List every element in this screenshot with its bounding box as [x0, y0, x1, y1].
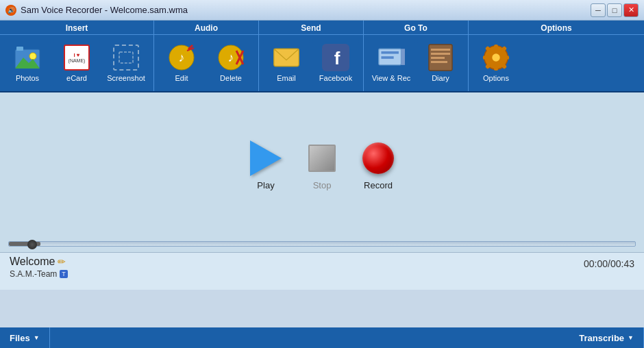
ecard-icon: I ♥ (NAME) [63, 44, 90, 71]
ribbon-group-insert-label: Insert [0, 21, 153, 35]
viewrec-label: View & Rec [372, 74, 411, 82]
svg-marker-17 [401, 49, 405, 65]
ribbon-send-items: Email f Facebook [259, 35, 363, 91]
window-title: Sam Voice Recorder - Welcome.sam.wma [21, 5, 188, 15]
ribbon-audio-items: ♪ Edit ♪ Delete [154, 35, 258, 91]
track-author: S.A.M.-Team [10, 269, 57, 279]
transcribe-label: Transcribe [579, 333, 624, 343]
ribbon-group-options-label: Options [469, 21, 644, 35]
photos-label: Photos [16, 74, 39, 82]
facebook-icon: f [322, 44, 349, 71]
svg-rect-21 [431, 49, 450, 51]
info-subtitle-row: S.A.M.-Team T [10, 269, 68, 279]
status-bar: Files ▼ Transcribe ▼ [0, 327, 644, 348]
email-button[interactable]: Email [263, 40, 310, 86]
facebook-button[interactable]: f Facebook [312, 40, 359, 86]
ribbon: Insert Photos I ♥ (NAME) [0, 21, 644, 92]
record-label: Record [364, 180, 393, 190]
ribbon-group-options: Options [469, 21, 644, 91]
diary-button[interactable]: Diary [417, 40, 464, 86]
ribbon-group-goto-label: Go To [364, 21, 468, 35]
transcribe-menu[interactable]: Transcribe ▼ [569, 327, 644, 348]
track-title: Welcome [10, 256, 55, 268]
svg-text:f: f [334, 48, 340, 69]
screenshot-label: Screenshot [107, 74, 145, 82]
progress-knob[interactable] [27, 240, 37, 249]
email-icon [273, 44, 300, 71]
record-button[interactable]: Record [360, 140, 396, 190]
ribbon-group-send-label: Send [259, 21, 363, 35]
minimize-button[interactable]: ─ [591, 3, 606, 17]
svg-rect-27 [494, 45, 498, 50]
diary-icon [427, 44, 454, 71]
progress-area [0, 236, 644, 252]
ribbon-group-send: Send Email f Facebook [259, 21, 364, 91]
svg-text:♪: ♪ [228, 51, 234, 64]
email-label: Email [277, 74, 296, 82]
edit-label: Edit [175, 74, 188, 82]
maximize-button[interactable]: □ [607, 3, 622, 17]
stop-button[interactable]: Stop [304, 140, 340, 190]
transport-controls: Play Stop Record [248, 140, 396, 190]
edit-audio-icon: ♪ [168, 44, 195, 71]
screenshot-button[interactable]: Screenshot [103, 40, 149, 86]
delete-icon: ♪ [217, 44, 245, 71]
files-label: Files [10, 333, 30, 343]
ribbon-group-audio-label: Audio [154, 21, 258, 35]
svg-rect-18 [381, 51, 398, 54]
options-label: Options [483, 74, 509, 82]
ribbon-group-audio: Audio ♪ Edit ♪ [154, 21, 259, 91]
ribbon-options-items: Options [469, 35, 644, 91]
files-menu[interactable]: Files ▼ [0, 327, 50, 348]
stop-label: Stop [313, 180, 332, 190]
delete-button[interactable]: ♪ Delete [208, 40, 254, 86]
tag-icon[interactable]: T [60, 270, 68, 278]
photos-button[interactable]: Photos [4, 40, 51, 86]
files-arrow: ▼ [34, 334, 40, 341]
svg-point-26 [492, 53, 499, 61]
svg-rect-30 [504, 55, 509, 60]
svg-rect-28 [494, 65, 498, 71]
svg-rect-1 [16, 47, 23, 51]
ecard-button[interactable]: I ♥ (NAME) eCard [53, 40, 100, 86]
progress-bar-track[interactable] [8, 241, 636, 247]
ribbon-group-goto: Go To View & Rec [364, 21, 469, 91]
options-button[interactable]: Options [473, 40, 519, 86]
ribbon-insert-items: Photos I ♥ (NAME) eCard [0, 35, 153, 91]
options-icon [482, 44, 510, 71]
play-label: Play [257, 180, 274, 190]
screenshot-icon [112, 44, 140, 71]
ribbon-goto-items: View & Rec Diary [364, 35, 468, 91]
play-icon [248, 140, 284, 176]
ribbon-group-insert: Insert Photos I ♥ (NAME) [0, 21, 154, 91]
transcribe-arrow: ▼ [628, 334, 634, 341]
ecard-label: eCard [66, 74, 87, 82]
svg-rect-24 [431, 61, 447, 63]
facebook-label: Facebook [319, 74, 352, 82]
svg-rect-4 [119, 52, 133, 63]
edit-title-icon[interactable]: ✏ [58, 256, 66, 267]
photos-icon [14, 44, 41, 71]
delete-label: Delete [220, 74, 242, 82]
info-title-row: Welcome ✏ [10, 256, 68, 268]
diary-label: Diary [432, 74, 449, 82]
record-icon [360, 140, 396, 176]
title-bar-left: 🔊 Sam Voice Recorder - Welcome.sam.wma [5, 5, 188, 16]
svg-rect-19 [381, 56, 393, 59]
info-time: 00:00/00:43 [584, 256, 634, 269]
edit-button[interactable]: ♪ Edit [158, 40, 205, 86]
viewrec-icon [377, 44, 405, 71]
svg-rect-29 [483, 55, 488, 60]
title-bar: 🔊 Sam Voice Recorder - Welcome.sam.wma ─… [0, 0, 644, 21]
play-button[interactable]: Play [248, 140, 284, 190]
viewrec-button[interactable]: View & Rec [368, 40, 414, 86]
svg-text:♪: ♪ [179, 51, 185, 64]
close-button[interactable]: ✕ [623, 3, 639, 17]
svg-rect-13 [274, 49, 299, 66]
info-left: Welcome ✏ S.A.M.-Team T [10, 256, 68, 279]
svg-rect-23 [431, 57, 445, 59]
svg-rect-22 [431, 53, 450, 55]
svg-point-2 [29, 53, 36, 60]
info-bar: Welcome ✏ S.A.M.-Team T 00:00/00:43 [0, 252, 644, 290]
main-area: Play Stop Record [0, 92, 644, 252]
